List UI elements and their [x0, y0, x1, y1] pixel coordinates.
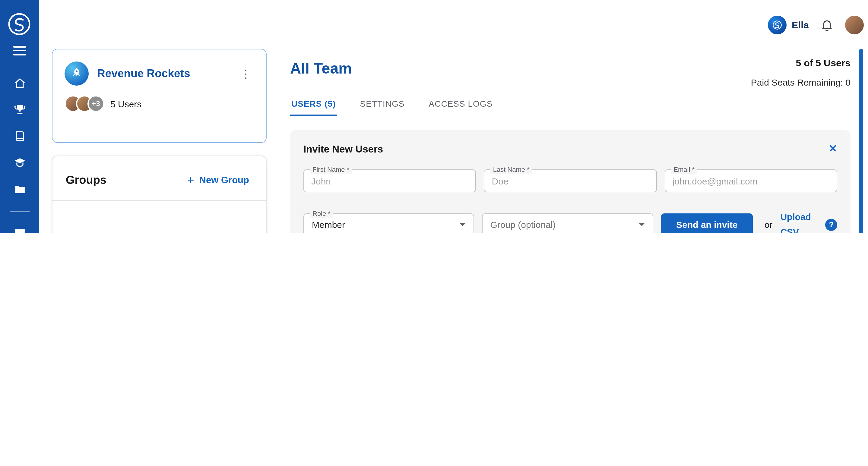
menu-icon[interactable]	[13, 46, 26, 55]
team-avatar-icon	[65, 62, 89, 86]
paid-seats-remaining: Paid Seats Remaining: 0	[751, 77, 850, 88]
graduation-cap-icon[interactable]	[13, 157, 26, 169]
new-group-label: New Group	[199, 174, 249, 186]
email-field: Email *	[664, 169, 837, 192]
team-card[interactable]: Revenue Rockets ⋮ +3 5 Users	[52, 49, 267, 143]
app-window: All Team Revenue Rockets ⋮ +3	[0, 0, 868, 233]
groups-title: Groups	[66, 173, 106, 187]
chevron-down-icon	[639, 223, 645, 226]
profile-avatar[interactable]	[845, 16, 864, 34]
new-group-button[interactable]: + New Group	[183, 173, 253, 187]
home-icon[interactable]	[13, 77, 26, 89]
group-select[interactable]: Group (optional)	[482, 213, 653, 233]
sidebar-nav	[0, 77, 39, 233]
team-menu-kebab-icon[interactable]: ⋮	[238, 68, 254, 79]
team-name: Revenue Rockets	[97, 67, 229, 80]
help-icon[interactable]: ?	[825, 219, 837, 231]
invite-title: Invite New Users	[303, 143, 383, 155]
last-name-input[interactable]	[485, 176, 656, 186]
tab-settings[interactable]: SETTINGS	[359, 92, 406, 116]
invite-panel: Invite New Users ✕ First Name * Last Nam…	[290, 130, 850, 233]
page-title: All Team	[290, 58, 352, 78]
scrollbar[interactable]	[859, 49, 863, 233]
tab-bar: USERS (5) SETTINGS ACCESS LOGS	[290, 92, 850, 116]
trophy-icon[interactable]	[13, 104, 26, 116]
chevron-down-icon	[460, 223, 466, 226]
groups-card: Groups + New Group Groups help organize …	[52, 156, 267, 233]
chat-icon[interactable]	[13, 227, 26, 233]
user-name: Ella	[792, 20, 809, 30]
member-avatar-stack: +3	[65, 95, 104, 112]
last-name-label: Last Name *	[491, 166, 532, 174]
avatar-overflow-badge: +3	[88, 95, 104, 112]
left-panel: Revenue Rockets ⋮ +3 5 Users Groups + Ne…	[52, 49, 267, 233]
sidebar: All Team	[0, 0, 39, 233]
sidebar-divider	[9, 211, 30, 211]
first-name-input[interactable]	[304, 176, 476, 186]
close-icon[interactable]: ✕	[829, 143, 838, 154]
plus-icon: +	[187, 174, 194, 186]
user-logo-avatar-icon	[768, 16, 786, 34]
app-logo-icon[interactable]	[7, 12, 31, 36]
notifications-bell-icon[interactable]	[820, 18, 834, 32]
email-input[interactable]	[665, 176, 837, 186]
seats-summary: 5 of 5 Users	[751, 58, 850, 69]
role-label: Role *	[310, 210, 333, 218]
upload-csv-link[interactable]: Upload CSV	[780, 210, 817, 233]
main-content: All Team 5 of 5 Users Paid Seats Remaini…	[290, 58, 850, 233]
folder-icon[interactable]	[13, 183, 26, 195]
tab-access-logs[interactable]: ACCESS LOGS	[428, 92, 494, 116]
role-select[interactable]: Role * Member	[303, 213, 474, 233]
user-chip[interactable]: Ella	[768, 16, 809, 34]
tab-users[interactable]: USERS (5)	[290, 92, 337, 116]
first-name-field: First Name *	[303, 169, 476, 192]
team-user-count: 5 Users	[111, 99, 142, 109]
topbar: Ella	[768, 16, 864, 34]
send-invite-button[interactable]: Send an invite	[661, 213, 753, 233]
role-select-value: Member	[312, 220, 345, 230]
book-icon[interactable]	[13, 130, 26, 142]
first-name-label: First Name *	[310, 166, 352, 174]
last-name-field: Last Name *	[484, 169, 657, 192]
group-select-placeholder: Group (optional)	[490, 220, 556, 230]
email-label: Email *	[671, 166, 697, 174]
or-label: or	[765, 220, 773, 230]
